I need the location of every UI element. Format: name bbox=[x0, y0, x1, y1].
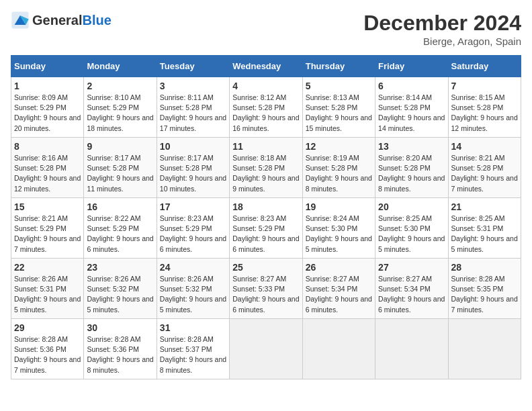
day-info: Sunrise: 8:25 AM Sunset: 5:30 PM Dayligh… bbox=[378, 214, 445, 255]
calendar-cell: 24 Sunrise: 8:26 AM Sunset: 5:32 PM Dayl… bbox=[157, 259, 229, 319]
sunset-label: Sunset: 5:31 PM bbox=[451, 224, 504, 232]
day-number: 14 bbox=[451, 141, 518, 152]
calendar-cell: 22 Sunrise: 8:26 AM Sunset: 5:31 PM Dayl… bbox=[11, 259, 84, 319]
day-info: Sunrise: 8:19 AM Sunset: 5:28 PM Dayligh… bbox=[306, 153, 372, 194]
sunrise-label: Sunrise: 8:15 AM bbox=[451, 93, 505, 101]
day-number: 22 bbox=[14, 262, 81, 273]
day-number: 24 bbox=[160, 262, 226, 273]
day-number: 21 bbox=[451, 201, 518, 212]
sunset-label: Sunset: 5:33 PM bbox=[232, 285, 285, 293]
calendar-cell: 15 Sunrise: 8:21 AM Sunset: 5:29 PM Dayl… bbox=[11, 198, 84, 259]
calendar-cell: 26 Sunrise: 8:27 AM Sunset: 5:34 PM Dayl… bbox=[302, 259, 375, 319]
sunrise-label: Sunrise: 8:20 AM bbox=[378, 154, 432, 162]
sunset-label: Sunset: 5:37 PM bbox=[160, 345, 212, 353]
sunset-label: Sunset: 5:28 PM bbox=[451, 103, 504, 111]
day-info: Sunrise: 8:26 AM Sunset: 5:32 PM Dayligh… bbox=[87, 274, 153, 315]
daylight-label: Daylight: 9 hours and 15 minutes. bbox=[306, 113, 372, 132]
calendar-header-row: Sunday Monday Tuesday Wednesday Thursday… bbox=[11, 56, 521, 77]
day-info: Sunrise: 8:12 AM Sunset: 5:28 PM Dayligh… bbox=[232, 93, 299, 134]
calendar-cell: 1 Sunrise: 8:09 AM Sunset: 5:29 PM Dayli… bbox=[11, 77, 84, 138]
sunset-label: Sunset: 5:28 PM bbox=[160, 103, 212, 111]
sunrise-label: Sunrise: 8:21 AM bbox=[14, 214, 68, 222]
daylight-label: Daylight: 9 hours and 8 minutes. bbox=[306, 174, 372, 192]
day-info: Sunrise: 8:25 AM Sunset: 5:31 PM Dayligh… bbox=[451, 214, 518, 255]
day-number: 18 bbox=[232, 201, 299, 212]
sunrise-label: Sunrise: 8:26 AM bbox=[87, 275, 140, 283]
daylight-label: Daylight: 9 hours and 17 minutes. bbox=[160, 113, 226, 132]
sunrise-label: Sunrise: 8:11 AM bbox=[160, 93, 214, 101]
daylight-label: Daylight: 9 hours and 10 minutes. bbox=[160, 174, 226, 192]
sunrise-label: Sunrise: 8:23 AM bbox=[160, 214, 214, 222]
sunset-label: Sunset: 5:34 PM bbox=[378, 285, 431, 293]
sunrise-label: Sunrise: 8:17 AM bbox=[87, 154, 140, 162]
calendar-cell: 17 Sunrise: 8:23 AM Sunset: 5:29 PM Dayl… bbox=[157, 198, 229, 259]
day-info: Sunrise: 8:23 AM Sunset: 5:29 PM Dayligh… bbox=[160, 214, 226, 255]
day-info: Sunrise: 8:28 AM Sunset: 5:36 PM Dayligh… bbox=[14, 334, 81, 375]
day-number: 16 bbox=[87, 201, 153, 212]
day-number: 20 bbox=[378, 201, 445, 212]
sunrise-label: Sunrise: 8:28 AM bbox=[160, 335, 214, 343]
daylight-label: Daylight: 9 hours and 5 minutes. bbox=[451, 234, 518, 253]
sunset-label: Sunset: 5:28 PM bbox=[378, 103, 431, 111]
sunset-label: Sunset: 5:28 PM bbox=[232, 103, 285, 111]
daylight-label: Daylight: 9 hours and 6 minutes. bbox=[232, 295, 299, 313]
day-number: 17 bbox=[160, 201, 226, 212]
col-wednesday: Wednesday bbox=[230, 56, 302, 77]
day-info: Sunrise: 8:26 AM Sunset: 5:32 PM Dayligh… bbox=[160, 274, 226, 315]
calendar-cell: 3 Sunrise: 8:11 AM Sunset: 5:28 PM Dayli… bbox=[157, 77, 229, 138]
day-number: 13 bbox=[378, 141, 445, 152]
sunset-label: Sunset: 5:31 PM bbox=[14, 285, 66, 293]
sunset-label: Sunset: 5:36 PM bbox=[87, 345, 139, 353]
day-info: Sunrise: 8:10 AM Sunset: 5:29 PM Dayligh… bbox=[87, 93, 153, 134]
day-info: Sunrise: 8:24 AM Sunset: 5:30 PM Dayligh… bbox=[306, 214, 372, 255]
daylight-label: Daylight: 9 hours and 7 minutes. bbox=[14, 355, 81, 373]
sunset-label: Sunset: 5:32 PM bbox=[160, 285, 212, 293]
calendar-cell: 11 Sunrise: 8:18 AM Sunset: 5:28 PM Dayl… bbox=[230, 138, 302, 198]
daylight-label: Daylight: 9 hours and 8 minutes. bbox=[87, 355, 153, 373]
calendar-cell: 30 Sunrise: 8:28 AM Sunset: 5:36 PM Dayl… bbox=[84, 319, 157, 379]
day-number: 12 bbox=[306, 141, 372, 152]
sunrise-label: Sunrise: 8:10 AM bbox=[87, 93, 140, 101]
day-info: Sunrise: 8:17 AM Sunset: 5:28 PM Dayligh… bbox=[160, 153, 226, 194]
day-info: Sunrise: 8:14 AM Sunset: 5:28 PM Dayligh… bbox=[378, 93, 445, 134]
calendar-cell: 20 Sunrise: 8:25 AM Sunset: 5:30 PM Dayl… bbox=[375, 198, 448, 259]
day-info: Sunrise: 8:27 AM Sunset: 5:33 PM Dayligh… bbox=[232, 274, 299, 315]
daylight-label: Daylight: 9 hours and 12 minutes. bbox=[14, 174, 81, 192]
sunset-label: Sunset: 5:28 PM bbox=[87, 164, 139, 172]
daylight-label: Daylight: 9 hours and 7 minutes. bbox=[14, 234, 81, 253]
calendar-cell: 16 Sunrise: 8:22 AM Sunset: 5:29 PM Dayl… bbox=[84, 198, 157, 259]
daylight-label: Daylight: 9 hours and 6 minutes. bbox=[306, 295, 372, 313]
daylight-label: Daylight: 9 hours and 7 minutes. bbox=[451, 174, 518, 192]
logo-blue-text: Blue bbox=[82, 13, 111, 28]
sunset-label: Sunset: 5:36 PM bbox=[14, 345, 66, 353]
daylight-label: Daylight: 9 hours and 5 minutes. bbox=[160, 295, 226, 313]
col-tuesday: Tuesday bbox=[157, 56, 229, 77]
calendar-cell bbox=[375, 319, 448, 379]
calendar-cell: 6 Sunrise: 8:14 AM Sunset: 5:28 PM Dayli… bbox=[375, 77, 448, 138]
day-info: Sunrise: 8:11 AM Sunset: 5:28 PM Dayligh… bbox=[160, 93, 226, 134]
day-info: Sunrise: 8:22 AM Sunset: 5:29 PM Dayligh… bbox=[87, 214, 153, 255]
day-number: 6 bbox=[378, 81, 445, 91]
calendar-week-row: 15 Sunrise: 8:21 AM Sunset: 5:29 PM Dayl… bbox=[11, 198, 521, 259]
sunset-label: Sunset: 5:34 PM bbox=[306, 285, 358, 293]
day-info: Sunrise: 8:26 AM Sunset: 5:31 PM Dayligh… bbox=[14, 274, 81, 315]
calendar-cell bbox=[448, 319, 521, 379]
daylight-label: Daylight: 9 hours and 20 minutes. bbox=[14, 113, 81, 132]
col-sunday: Sunday bbox=[11, 56, 84, 77]
sunrise-label: Sunrise: 8:25 AM bbox=[451, 214, 505, 222]
sunrise-label: Sunrise: 8:28 AM bbox=[87, 335, 140, 343]
sunset-label: Sunset: 5:28 PM bbox=[14, 164, 66, 172]
sunrise-label: Sunrise: 8:22 AM bbox=[87, 214, 140, 222]
calendar-cell: 23 Sunrise: 8:26 AM Sunset: 5:32 PM Dayl… bbox=[84, 259, 157, 319]
logo: GeneralBlue bbox=[11, 11, 112, 30]
sunrise-label: Sunrise: 8:18 AM bbox=[232, 154, 286, 162]
sunset-label: Sunset: 5:29 PM bbox=[232, 224, 285, 232]
sunrise-label: Sunrise: 8:12 AM bbox=[232, 93, 286, 101]
calendar-cell: 21 Sunrise: 8:25 AM Sunset: 5:31 PM Dayl… bbox=[448, 198, 521, 259]
calendar-week-row: 1 Sunrise: 8:09 AM Sunset: 5:29 PM Dayli… bbox=[11, 77, 521, 138]
day-info: Sunrise: 8:16 AM Sunset: 5:28 PM Dayligh… bbox=[14, 153, 81, 194]
daylight-label: Daylight: 9 hours and 8 minutes. bbox=[378, 174, 445, 192]
day-number: 7 bbox=[451, 81, 518, 91]
day-number: 1 bbox=[14, 81, 81, 91]
day-info: Sunrise: 8:18 AM Sunset: 5:28 PM Dayligh… bbox=[232, 153, 299, 194]
